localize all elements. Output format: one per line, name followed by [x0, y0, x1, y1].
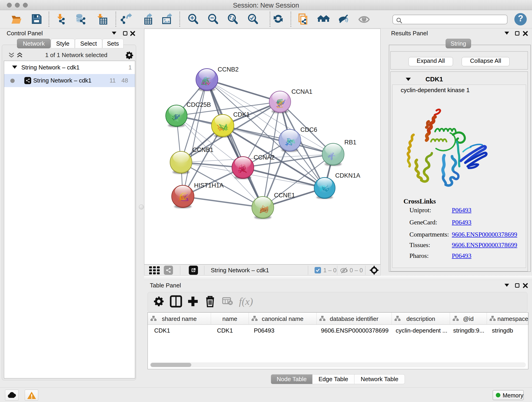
svg-text:CCNE1: CCNE1: [274, 192, 295, 199]
svg-text:HIST1H1A: HIST1H1A: [194, 182, 224, 189]
svg-text:RB1: RB1: [344, 139, 356, 146]
svg-text:CCNB1: CCNB1: [192, 147, 214, 153]
svg-text:CCNA1: CCNA1: [291, 88, 312, 95]
svg-text:CDC6: CDC6: [300, 126, 317, 133]
svg-text:CDKN1A: CDKN1A: [335, 172, 360, 179]
svg-text:CDK1: CDK1: [233, 111, 250, 118]
svg-text:CCNA2: CCNA2: [254, 154, 275, 161]
svg-text:f(x): f(x): [239, 296, 253, 307]
svg-text:CDC25B: CDC25B: [186, 101, 211, 108]
svg-text:CCNB2: CCNB2: [218, 66, 239, 73]
